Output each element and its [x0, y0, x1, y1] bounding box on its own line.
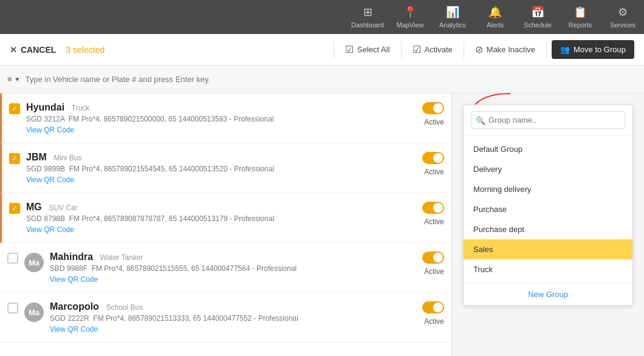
vehicle-qr-marcopolo[interactable]: View QR Code	[50, 325, 98, 334]
action-bar: ✕ CANCEL 3 selected ☑ Select All ☑ Activ…	[0, 34, 644, 66]
divider-1	[334, 41, 334, 58]
group-item-morning-delivery[interactable]: Morning delivery	[464, 179, 632, 199]
divider-4	[546, 41, 547, 58]
x-icon: ✕	[10, 45, 17, 55]
vehicle-item-jbm: ✓ JBM Mini Bus SGD 9899B FM Pro*4, 86578…	[0, 143, 451, 193]
vehicle-item-mahindra: Ma Mahindra Water Tanker SBD 9988F FM Pr…	[0, 243, 451, 293]
move-to-group-button[interactable]: 👥 Move to Group	[552, 40, 634, 59]
toggle-mahindra[interactable]	[422, 252, 444, 264]
toggle-hyundai[interactable]	[422, 102, 444, 114]
nav-label-mapview: MapView	[396, 21, 423, 29]
checkbox-jbm[interactable]: ✓	[9, 153, 20, 164]
toggle-mg[interactable]	[422, 202, 444, 214]
vehicle-details-marcopolo: SGD 2222R FM Pro*4, 865789021513333, 65 …	[50, 314, 402, 323]
move-to-group-label: Move to Group	[574, 45, 626, 54]
avatar-mahindra: Ma	[24, 253, 44, 272]
vehicle-details-jbm: SGD 9899B FM Pro*4, 865789021554545, 65 …	[26, 165, 402, 173]
services-icon: ⚙	[618, 5, 628, 19]
vehicle-item-marcopolo: Ma Marcopolo School Bus SGD 2222R FM Pro…	[0, 293, 451, 343]
vehicle-status-area-mg: Active	[408, 202, 444, 226]
checkbox-hyundai[interactable]: ✓	[9, 103, 20, 114]
vehicle-info-mg: MG SUV Car SGD 8798B FM Pro*4, 865789087…	[26, 202, 402, 234]
group-list: Default GroupDeliveryMorning deliveryPur…	[464, 135, 632, 283]
vehicle-details-mg: SGD 8798B FM Pro*4, 865789087878787, 65 …	[26, 214, 402, 223]
nav-item-dashboard[interactable]: ⊞ Dashboard	[346, 0, 389, 34]
top-navigation: ⊞ Dashboard 📍 MapView 📊 Analytics 🔔 Aler…	[0, 0, 644, 34]
move-to-group-icon: 👥	[560, 45, 570, 54]
activate-icon: ☑	[413, 44, 421, 55]
toggle-marcopolo[interactable]	[422, 301, 444, 313]
nav-label-analytics: Analytics	[439, 21, 466, 29]
make-inactive-button[interactable]: ⊘ Make Inactive	[469, 40, 541, 59]
divider-3	[464, 41, 464, 58]
nav-label-services: Services	[610, 21, 635, 29]
select-all-button[interactable]: ☑ Select All	[339, 40, 396, 59]
avatar-marcopolo: Ma	[24, 303, 44, 322]
vehicle-type-marcopolo: School Bus	[106, 303, 143, 312]
search-input[interactable]	[26, 75, 390, 84]
vehicle-qr-mahindra[interactable]: View QR Code	[50, 275, 98, 284]
vehicle-name-marcopolo: Marcopolo	[50, 301, 99, 312]
group-item-default[interactable]: Default Group	[464, 139, 632, 159]
status-label-hyundai: Active	[424, 118, 444, 126]
select-all-label: Select All	[357, 45, 389, 54]
analytics-icon: 📊	[446, 5, 459, 19]
vehicle-details-hyundai: SGD 3212A FM Pro*4, 865789021500000, 65 …	[26, 115, 402, 123]
activate-label: Activate	[425, 45, 453, 54]
vehicle-name-mg: MG	[26, 202, 42, 212]
main-content: ✓ Hyundai Truck SGD 3212A FM Pro*4, 8657…	[0, 94, 644, 356]
group-item-delivery[interactable]: Delivery	[464, 159, 632, 179]
vehicle-info-marcopolo: Marcopolo School Bus SGD 2222R FM Pro*4,…	[50, 301, 402, 334]
make-inactive-label: Make Inactive	[487, 45, 535, 54]
selected-count: 3 selected	[66, 45, 104, 55]
dashboard-icon: ⊞	[363, 5, 372, 19]
cancel-button[interactable]: ✕ CANCEL	[10, 45, 56, 55]
vehicle-item-hyundai: ✓ Hyundai Truck SGD 3212A FM Pro*4, 8657…	[0, 94, 451, 143]
vehicle-name-jbm: JBM	[26, 152, 47, 162]
group-search-input[interactable]	[471, 111, 625, 129]
vehicle-status-area-jbm: Active	[408, 152, 444, 176]
divider-2	[401, 41, 402, 58]
mapview-icon: 📍	[403, 5, 417, 19]
filter-caret-icon: ▼	[15, 76, 21, 83]
vehicle-list: ✓ Hyundai Truck SGD 3212A FM Pro*4, 8657…	[0, 94, 452, 356]
status-label-mg: Active	[424, 217, 444, 226]
filter-bar: ≡ ▼	[0, 66, 644, 94]
reports-icon: 📋	[574, 5, 587, 19]
group-item-truck[interactable]: Truck	[464, 259, 632, 279]
nav-label-schedule: Schedule	[524, 21, 552, 29]
vehicle-type-mahindra: Water Tanker	[100, 253, 143, 262]
toggle-jbm[interactable]	[422, 152, 444, 164]
vehicle-type-jbm: Mini Bus	[53, 154, 81, 162]
group-item-purchase-dept[interactable]: Purchase dept	[464, 219, 632, 239]
nav-item-analytics[interactable]: 📊 Analytics	[431, 0, 474, 34]
filter-button[interactable]: ≡ ▼	[7, 75, 21, 84]
nav-item-alerts[interactable]: 🔔 Alerts	[474, 0, 516, 34]
activate-button[interactable]: ☑ Activate	[406, 40, 459, 59]
vehicle-qr-hyundai[interactable]: View QR Code	[26, 126, 74, 134]
alerts-icon: 🔔	[488, 5, 502, 19]
filter-icon: ≡	[7, 75, 12, 84]
new-group-link[interactable]: New Group	[464, 283, 632, 305]
group-item-purchase[interactable]: Purchase	[464, 199, 632, 219]
vehicle-qr-mg[interactable]: View QR Code	[26, 225, 74, 234]
nav-item-services[interactable]: ⚙ Services	[601, 0, 644, 34]
checkbox-mahindra[interactable]	[7, 253, 18, 264]
nav-item-schedule[interactable]: 📅 Schedule	[516, 0, 559, 34]
group-item-sales[interactable]: Sales	[464, 239, 632, 259]
cancel-label: CANCEL	[21, 45, 56, 55]
vehicle-type-hyundai: Truck	[72, 104, 90, 112]
vehicle-name-mahindra: Mahindra	[50, 252, 93, 262]
checkbox-mg[interactable]: ✓	[9, 203, 20, 214]
vehicle-info-mahindra: Mahindra Water Tanker SBD 9988F FM Pro*4…	[50, 252, 402, 284]
group-search-icon: 🔍	[476, 115, 485, 125]
nav-item-reports[interactable]: 📋 Reports	[559, 0, 601, 34]
nav-item-mapview[interactable]: 📍 MapView	[389, 0, 431, 34]
status-label-marcopolo: Active	[424, 317, 444, 326]
select-all-icon: ☑	[345, 44, 354, 55]
checkbox-marcopolo[interactable]	[7, 303, 18, 313]
nav-label-alerts: Alerts	[487, 21, 504, 29]
vehicle-details-mahindra: SBD 9988F FM Pro*4, 865789021515555, 65 …	[50, 264, 402, 273]
status-label-jbm: Active	[424, 168, 444, 176]
vehicle-qr-jbm[interactable]: View QR Code	[26, 176, 74, 184]
